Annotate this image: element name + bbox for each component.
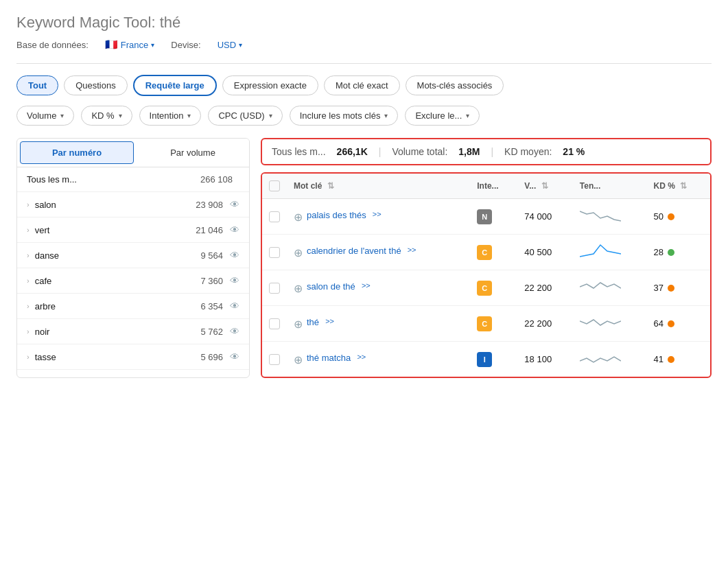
add-keyword-icon[interactable]: ⊕ [294,246,303,259]
kd-value: 64 [654,318,664,329]
eye-icon[interactable]: 👁 [230,250,239,261]
kd-sort-icon[interactable]: ⇅ [680,181,687,191]
sidebar-item-noir[interactable]: › noir 5 762 👁 [17,319,249,344]
select-all-header[interactable] [262,174,287,199]
keyword-link[interactable]: calendrier de l'avent thé [307,246,401,256]
kd-cell: 37 [654,283,704,293]
trend-chart [580,277,621,296]
add-keyword-icon[interactable]: ⊕ [294,318,303,331]
inclure-filter[interactable]: Inclure les mots clés ▾ [290,106,399,126]
chevron-right-icon: › [27,327,30,336]
kd-indicator [668,356,674,363]
tab-questions[interactable]: Questions [64,75,128,95]
sidebar-item-tasse[interactable]: › tasse 5 696 👁 [17,344,249,370]
volume-chevron-icon: ▾ [60,112,64,119]
add-keyword-icon[interactable]: ⊕ [294,353,303,366]
intention-filter[interactable]: Intention ▾ [139,106,202,126]
currency-chevron-icon: ▾ [239,41,242,49]
mot-cle-sort-icon[interactable]: ⇅ [327,181,334,191]
volume-header: V... ⇅ [517,174,572,199]
intention-header: Inte... [470,174,517,199]
kd-indicator [668,320,674,327]
add-keyword-icon[interactable]: ⊕ [294,211,303,224]
eye-icon[interactable]: 👁 [230,199,239,210]
select-all-checkbox[interactable] [269,180,280,191]
keyword-link[interactable]: thé [307,317,319,327]
keyword-expand-icon[interactable]: >> [355,353,366,361]
sidebar-item-all[interactable]: Tous les m... 266 108 [17,167,249,192]
keyword-cell: ⊕ thé matcha >> [294,353,463,366]
kd-header: KD % ⇅ [647,174,711,199]
keyword-link[interactable]: palais des thés [307,210,366,220]
intent-badge: C [477,281,492,296]
kd-cell: 41 [654,354,704,364]
volume-value: 22 200 [524,283,552,293]
sidebar-item-danse[interactable]: › danse 9 564 👁 [17,243,249,268]
trend-chart [580,242,621,261]
chevron-right-icon: › [27,353,30,361]
cpc-filter[interactable]: CPC (USD) ▾ [208,106,282,126]
keyword-expand-icon[interactable]: >> [406,246,416,254]
row-checkbox[interactable] [269,354,280,365]
devise-label: Devise: [171,40,200,50]
keyword-expand-icon[interactable]: >> [371,210,381,218]
eye-icon[interactable]: 👁 [230,224,239,235]
kd-indicator [668,213,674,220]
sidebar-item-salon[interactable]: › salon 23 908 👁 [17,192,249,217]
table-row: ⊕ palais des thés >> N 74 000 [262,199,710,235]
intent-badge: C [477,316,492,331]
volume-value: 74 000 [524,211,552,222]
kd-value: 28 [654,247,664,257]
intention-chevron-icon: ▾ [187,112,191,119]
trend-chart [580,349,621,368]
eye-icon[interactable]: 👁 [230,326,239,337]
add-keyword-icon[interactable]: ⊕ [294,282,303,295]
tab-mot-cle-exact[interactable]: Mot clé exact [324,75,400,95]
divider [16,63,712,64]
keyword-expand-icon[interactable]: >> [323,317,334,325]
keyword-link[interactable]: salon de thé [307,281,355,292]
keyword-expand-icon[interactable]: >> [360,281,371,290]
row-checkbox[interactable] [269,211,280,222]
exclure-filter[interactable]: Exclure le... ▾ [405,106,480,126]
volume-value: 40 500 [524,247,552,257]
row-checkbox[interactable] [269,283,280,294]
eye-icon[interactable]: 👁 [230,351,239,362]
table-row: ⊕ salon de thé >> C 22 200 [262,270,710,306]
volume-sort-icon[interactable]: ⇅ [541,181,548,191]
row-checkbox[interactable] [269,247,280,258]
volume-value: 18 100 [524,354,552,364]
currency-selector[interactable]: USD ▾ [218,40,242,50]
keyword-cell: ⊕ salon de thé >> [294,281,463,295]
kd-value: 37 [654,283,664,293]
row-checkbox[interactable] [269,318,280,329]
kd-indicator [668,285,674,292]
keyword-cell: ⊕ thé >> [294,317,463,331]
intent-badge: N [477,209,492,224]
sidebar-item-arbre[interactable]: › arbre 6 354 👁 [17,294,249,319]
mot-cle-header: Mot clé ⇅ [287,174,470,199]
eye-icon[interactable]: 👁 [230,301,239,311]
tab-expression-exacte[interactable]: Expression exacte [222,75,318,95]
sort-par-numero-button[interactable]: Par numéro [20,141,134,164]
keyword-cell: ⊕ calendrier de l'avent thé >> [294,246,463,259]
kd-filter[interactable]: KD % ▾ [81,106,132,126]
results-table: Mot clé ⇅ Inte... V... ⇅ Ten.. [262,174,710,377]
kd-cell: 64 [654,318,704,329]
table-row: ⊕ thé >> C 22 200 [262,306,710,342]
sidebar-item-vert[interactable]: › vert 21 046 👁 [17,217,249,243]
trend-chart [580,206,621,225]
volume-value: 22 200 [524,318,552,329]
sidebar-item-cafe[interactable]: › cafe 7 360 👁 [17,268,249,294]
db-country-selector[interactable]: 🇫🇷 France ▾ [105,38,154,51]
tab-tout[interactable]: Tout [16,75,58,95]
sort-par-volume-button[interactable]: Par volume [137,139,249,167]
kd-value: 41 [654,354,664,364]
keyword-link[interactable]: thé matcha [307,353,351,363]
volume-filter[interactable]: Volume ▾ [16,106,74,126]
tab-requete-large[interactable]: Requête large [133,75,217,96]
eye-icon[interactable]: 👁 [230,275,239,286]
page-title: Keyword Magic Tool: thé [16,14,712,32]
tab-mots-cles-associes[interactable]: Mots-clés associés [406,75,504,95]
db-country-chevron-icon: ▾ [151,41,154,49]
